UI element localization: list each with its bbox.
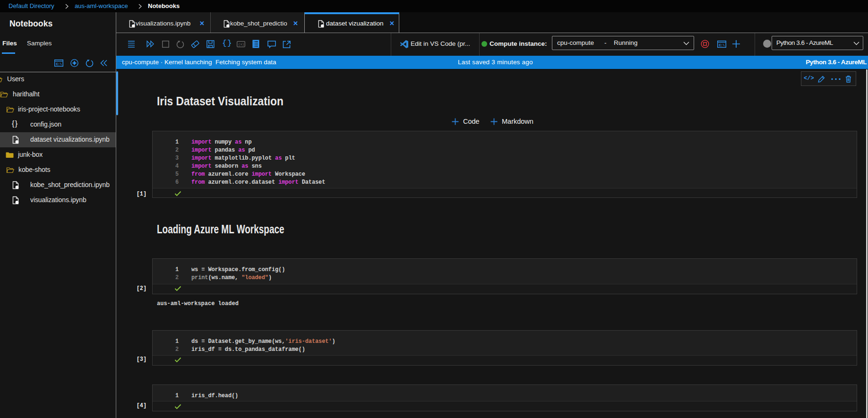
svg-text:C:\: C:\ (56, 62, 62, 66)
svg-text:(x): (x) (238, 43, 244, 46)
svg-text:C:\: C:\ (719, 43, 725, 47)
